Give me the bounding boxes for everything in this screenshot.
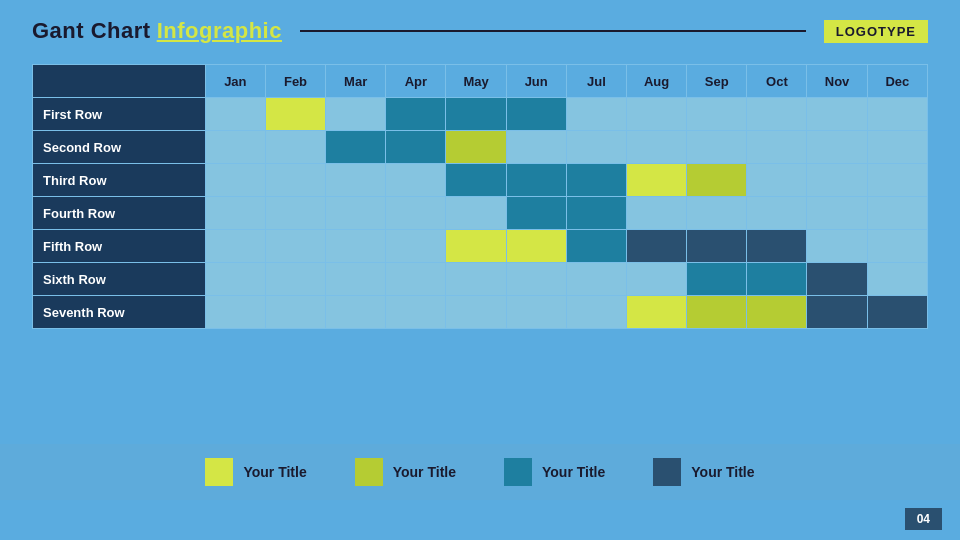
gantt-cell [386, 131, 446, 164]
table-row: Seventh Row [33, 296, 928, 329]
gantt-cell [205, 98, 265, 131]
gantt-cell [386, 164, 446, 197]
legend-item: Your Title [355, 458, 456, 486]
row-label: Fourth Row [33, 197, 206, 230]
month-header-apr: Apr [386, 65, 446, 98]
gantt-cell [446, 263, 506, 296]
gantt-cell [326, 164, 386, 197]
gantt-cell [867, 164, 927, 197]
page-number: 04 [905, 508, 942, 530]
chart-container: JanFebMarAprMayJunJulAugSepOctNovDec Fir… [32, 64, 928, 329]
legend-color-box [355, 458, 383, 486]
gantt-cell [867, 263, 927, 296]
gantt-cell [386, 263, 446, 296]
row-label: Seventh Row [33, 296, 206, 329]
row-label: Second Row [33, 131, 206, 164]
legend-label: Your Title [691, 464, 754, 480]
empty-header [33, 65, 206, 98]
gantt-cell [626, 263, 686, 296]
table-row: Fifth Row [33, 230, 928, 263]
gantt-cell [687, 197, 747, 230]
gantt-cell [205, 296, 265, 329]
gantt-cell [626, 98, 686, 131]
legend: Your TitleYour TitleYour TitleYour Title [0, 444, 960, 500]
chart-title-main: Gant Chart [32, 18, 151, 44]
gantt-cell [626, 197, 686, 230]
gantt-cell [747, 230, 807, 263]
month-header-mar: Mar [326, 65, 386, 98]
month-header-dec: Dec [867, 65, 927, 98]
month-header-sep: Sep [687, 65, 747, 98]
gantt-cell [566, 263, 626, 296]
gantt-cell [687, 230, 747, 263]
title-divider [300, 30, 806, 32]
gantt-cell [566, 197, 626, 230]
gantt-cell [867, 197, 927, 230]
table-row: Sixth Row [33, 263, 928, 296]
gantt-cell [265, 98, 325, 131]
gantt-cell [386, 230, 446, 263]
gantt-cell [506, 164, 566, 197]
gantt-cell [205, 263, 265, 296]
gantt-cell [506, 197, 566, 230]
gantt-cell [506, 131, 566, 164]
gantt-cell [326, 263, 386, 296]
gantt-cell [506, 230, 566, 263]
legend-color-box [653, 458, 681, 486]
table-row: First Row [33, 98, 928, 131]
row-label: Fifth Row [33, 230, 206, 263]
month-header-jul: Jul [566, 65, 626, 98]
gantt-cell [747, 131, 807, 164]
gantt-cell [566, 98, 626, 131]
gantt-cell [747, 164, 807, 197]
gantt-cell [807, 197, 867, 230]
gantt-cell [687, 131, 747, 164]
gantt-table: JanFebMarAprMayJunJulAugSepOctNovDec Fir… [32, 64, 928, 329]
table-row: Second Row [33, 131, 928, 164]
gantt-cell [446, 164, 506, 197]
month-header-oct: Oct [747, 65, 807, 98]
month-header-feb: Feb [265, 65, 325, 98]
gantt-cell [807, 230, 867, 263]
legend-item: Your Title [504, 458, 605, 486]
gantt-cell [687, 98, 747, 131]
legend-item: Your Title [205, 458, 306, 486]
month-header-may: May [446, 65, 506, 98]
gantt-cell [386, 197, 446, 230]
gantt-cell [326, 98, 386, 131]
gantt-cell [687, 296, 747, 329]
gantt-cell [326, 131, 386, 164]
gantt-cell [626, 230, 686, 263]
gantt-cell [506, 263, 566, 296]
gantt-cell [446, 98, 506, 131]
logotype: LOGOTYPE [824, 20, 928, 43]
gantt-cell [205, 197, 265, 230]
gantt-cell [446, 230, 506, 263]
month-header-jun: Jun [506, 65, 566, 98]
gantt-cell [867, 296, 927, 329]
legend-label: Your Title [243, 464, 306, 480]
month-header-nov: Nov [807, 65, 867, 98]
gantt-cell [687, 263, 747, 296]
legend-color-box [205, 458, 233, 486]
gantt-cell [807, 263, 867, 296]
row-label: Sixth Row [33, 263, 206, 296]
legend-item: Your Title [653, 458, 754, 486]
gantt-cell [747, 296, 807, 329]
gantt-cell [747, 197, 807, 230]
gantt-cell [265, 263, 325, 296]
gantt-cell [205, 131, 265, 164]
gantt-cell [326, 296, 386, 329]
gantt-cell [566, 230, 626, 263]
table-row: Third Row [33, 164, 928, 197]
gantt-cell [747, 98, 807, 131]
table-row: Fourth Row [33, 197, 928, 230]
month-header-aug: Aug [626, 65, 686, 98]
gantt-cell [506, 98, 566, 131]
gantt-cell [747, 263, 807, 296]
gantt-cell [867, 131, 927, 164]
gantt-cell [205, 164, 265, 197]
gantt-cell [867, 98, 927, 131]
gantt-cell [566, 131, 626, 164]
row-label: First Row [33, 98, 206, 131]
